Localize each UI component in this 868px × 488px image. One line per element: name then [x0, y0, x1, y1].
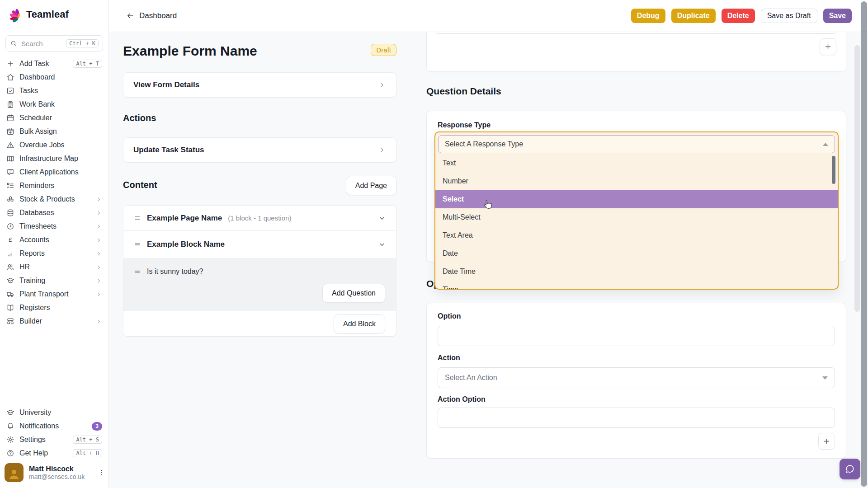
notification-count-badge: 3 — [92, 422, 102, 431]
drag-handle-icon[interactable] — [133, 241, 141, 249]
sidebar-item-registers[interactable]: Registers — [0, 301, 108, 314]
chevron-down-icon[interactable] — [378, 240, 386, 249]
action-select[interactable]: Select An Action — [438, 367, 835, 388]
response-type-option-number[interactable]: Number — [435, 172, 838, 190]
add-page-button[interactable]: Add Page — [346, 176, 396, 195]
sidebar-item-reports[interactable]: Reports — [0, 247, 108, 260]
save-button[interactable]: Save — [823, 9, 852, 23]
book-open-icon — [6, 304, 14, 312]
clipboard-icon — [6, 100, 14, 108]
sidebar-item-tasks[interactable]: Tasks — [0, 84, 108, 98]
response-type-placeholder: Select A Response Type — [445, 140, 823, 148]
sidebar-item-databases[interactable]: Databases — [0, 206, 108, 220]
add-option-button[interactable] — [818, 433, 835, 450]
drag-handle-icon[interactable] — [133, 214, 141, 222]
sidebar-footer-nav: University Notifications 3 Settings Alt … — [0, 406, 108, 460]
form-structure-card: Example Page Name (1 block - 1 question)… — [123, 205, 396, 337]
plus-icon — [6, 60, 14, 68]
options-card: Option Action Select An Action Action Op… — [426, 303, 846, 459]
sidebar-item-label: Notifications — [19, 422, 87, 430]
chevron-right-icon — [378, 146, 386, 154]
sidebar-item-stock-products[interactable]: Stock & Products — [0, 192, 108, 206]
shortcut-badge: Alt + H — [73, 449, 102, 457]
search-input[interactable]: Search Ctrl + K — [5, 35, 103, 52]
sidebar-item-label: Overdue Jobs — [19, 141, 102, 149]
panel-scrollbar[interactable] — [854, 45, 860, 312]
question-text: Is it sunny today? — [147, 267, 203, 276]
sidebar-item-work-bank[interactable]: Work Bank — [0, 98, 108, 111]
sidebar-item-university[interactable]: University — [0, 406, 108, 419]
sidebar-item-training[interactable]: Training — [0, 274, 108, 287]
user-row[interactable]: Matt Hiscock matt@senses.co.uk — [5, 461, 106, 484]
debug-button[interactable]: Debug — [631, 9, 665, 23]
form-overview-column: Example Form Name Draft View Form Detail… — [123, 32, 396, 488]
question-row[interactable]: Is it sunny today? Add Question — [123, 258, 396, 311]
sidebar-item-label: Registers — [19, 304, 102, 312]
action-option-input[interactable] — [438, 408, 835, 428]
brand-name: Teamleaf — [26, 9, 69, 20]
sidebar-item-settings[interactable]: Settings Alt + S — [0, 433, 108, 446]
update-task-status-button[interactable]: Update Task Status — [123, 137, 396, 163]
topbar-actions: DebugDuplicateDeleteSave as DraftSave — [631, 9, 852, 23]
option-input[interactable] — [438, 326, 835, 346]
view-form-details-button[interactable]: View Form Details — [123, 72, 396, 98]
previous-question-card — [426, 32, 846, 72]
add-block-button[interactable]: Add Block — [334, 314, 385, 333]
card-footer-row: Add Block — [123, 311, 396, 336]
sidebar-item-hr[interactable]: HR — [0, 260, 108, 274]
delete-button[interactable]: Delete — [722, 9, 755, 23]
chat-button[interactable] — [840, 459, 860, 479]
sidebar-item-overdue-jobs[interactable]: Overdue Jobs — [0, 138, 108, 152]
view-form-details-label: View Form Details — [133, 80, 199, 89]
sidebar-item-plant-transport[interactable]: Plant Transport — [0, 287, 108, 301]
page-row[interactable]: Example Page Name (1 block - 1 question) — [123, 206, 396, 230]
sidebar-item-reminders[interactable]: Reminders — [0, 179, 108, 192]
sidebar-item-label: Infrastructure Map — [19, 155, 102, 163]
check-square-icon — [6, 87, 14, 95]
dropdown-scrollbar[interactable] — [832, 156, 835, 184]
sidebar-item-accounts[interactable]: £ Accounts — [0, 233, 108, 247]
duplicate-button[interactable]: Duplicate — [671, 9, 716, 23]
sidebar-item-scheduler[interactable]: Scheduler — [0, 111, 108, 125]
save-as-draft-button[interactable]: Save as Draft — [761, 9, 817, 23]
kebab-menu-icon[interactable] — [98, 469, 106, 477]
sidebar-item-notifications[interactable]: Notifications 3 — [0, 419, 108, 433]
block-row[interactable]: Example Block Name — [123, 230, 396, 258]
main-content: Example Form Name Draft View Form Detail… — [108, 32, 868, 488]
sidebar-item-timesheets[interactable]: Timesheets — [0, 220, 108, 233]
response-type-option-time[interactable]: Time — [435, 281, 838, 290]
chevron-down-icon[interactable] — [378, 214, 386, 222]
gear-icon — [6, 436, 14, 444]
map-icon — [6, 155, 14, 163]
sidebar-item-builder[interactable]: Builder — [0, 314, 108, 328]
window-scrollbar[interactable] — [861, 1, 867, 487]
sidebar: Teamleaf Search Ctrl + K Add Task Alt + … — [0, 0, 109, 488]
question-details-column: Question Details Response Type Options S… — [426, 32, 846, 488]
chevron-right-icon — [95, 277, 102, 284]
sidebar-item-client-applications[interactable]: Client Applications — [0, 165, 108, 179]
response-type-option-date-time[interactable]: Date Time — [435, 263, 838, 281]
content-heading: Content — [123, 180, 157, 190]
sidebar-item-label: Get Help — [19, 449, 68, 457]
chevron-right-icon — [95, 264, 102, 271]
response-type-option-text-area[interactable]: Text Area — [435, 226, 838, 244]
sidebar-item-bulk-assign[interactable]: Bulk Assign — [0, 125, 108, 138]
sidebar-item-get-help[interactable]: Get Help Alt + H — [0, 446, 108, 460]
drag-handle-icon[interactable] — [133, 267, 141, 275]
add-item-button[interactable] — [820, 38, 836, 55]
sidebar-item-add-task[interactable]: Add Task Alt + T — [0, 57, 108, 70]
sidebar-item-infrastructure-map[interactable]: Infrastructure Map — [0, 152, 108, 165]
database-icon — [6, 209, 14, 217]
response-type-option-select[interactable]: Select — [435, 190, 838, 208]
response-type-select[interactable]: Select A Response Type — [438, 135, 835, 153]
response-type-option-multi-select[interactable]: Multi-Select — [435, 208, 838, 226]
brand[interactable]: Teamleaf — [6, 6, 69, 23]
back-to-dashboard[interactable]: Dashboard — [126, 11, 177, 20]
add-question-button[interactable]: Add Question — [322, 284, 385, 303]
bell-icon — [6, 422, 14, 430]
plus-icon — [822, 437, 831, 446]
sidebar-item-dashboard[interactable]: Dashboard — [0, 70, 108, 84]
response-type-option-text[interactable]: Text — [435, 154, 838, 172]
update-task-status-label: Update Task Status — [133, 145, 204, 155]
response-type-option-date[interactable]: Date — [435, 244, 838, 263]
